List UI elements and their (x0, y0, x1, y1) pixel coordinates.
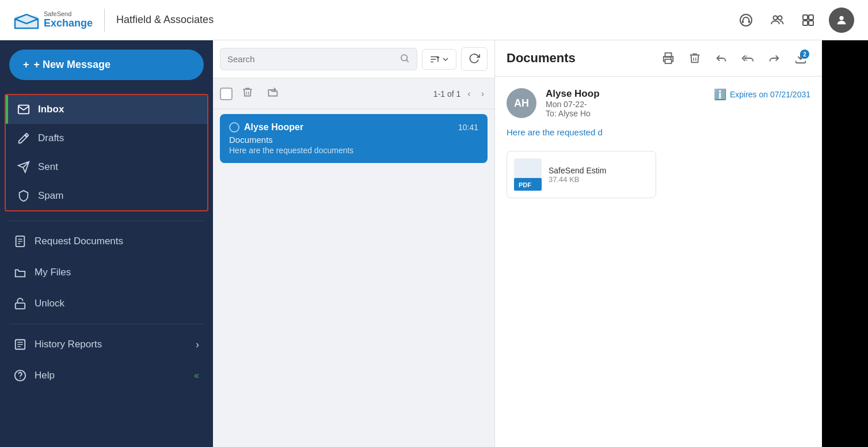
svg-rect-2 (742, 20, 744, 23)
email-to: To: Alyse Ho (546, 109, 705, 118)
prev-page-button[interactable]: ‹ (464, 88, 474, 100)
list-toolbar: 1-1 of 1 ‹ › (213, 78, 494, 109)
sent-label: Sent (38, 161, 58, 173)
mail-icon (17, 103, 30, 116)
header-divider (104, 9, 105, 32)
request-documents-label: Request Documents (35, 236, 123, 247)
search-input-wrap[interactable] (220, 48, 417, 70)
email-meta: Alyse Hoop Mon 07-22- To: Alyse Ho (546, 88, 705, 118)
search-button[interactable] (399, 53, 410, 65)
move-toolbar-button[interactable] (262, 84, 283, 103)
help-expand-icon: « (194, 370, 199, 381)
expiry-badge: ℹ️ Expires on 07/21/2031 (714, 88, 810, 101)
history-icon (14, 338, 26, 351)
svg-rect-18 (16, 303, 25, 309)
message-subject: Documents (229, 135, 478, 145)
attachment-name: SafeSend Estim (549, 166, 606, 175)
header-actions (736, 7, 854, 33)
message-list-panel: 1-1 of 1 ‹ › Alyse Hooper 10:41 Document… (213, 40, 495, 447)
new-message-label: + New Message (34, 59, 111, 71)
sidebar-item-sent[interactable]: Sent (6, 153, 207, 181)
shield-icon (17, 190, 30, 202)
support-icon-button[interactable] (736, 10, 756, 31)
user-avatar-button[interactable] (829, 7, 854, 33)
to-name: Alyse Ho (558, 109, 591, 118)
delete-button[interactable] (685, 48, 705, 68)
drafts-label: Drafts (38, 132, 64, 144)
svg-line-26 (406, 60, 408, 62)
reply-all-icon (741, 52, 754, 65)
detail-panel: Documents (495, 40, 822, 447)
svg-point-10 (839, 16, 843, 20)
svg-point-1 (740, 14, 752, 26)
download-badge: 2 (800, 50, 809, 59)
search-bar (213, 40, 494, 78)
message-item[interactable]: Alyse Hooper 10:41 Documents Here are th… (220, 114, 488, 163)
sidebar-item-help[interactable]: Help « (0, 360, 213, 391)
detail-toolbar: Documents (495, 40, 822, 77)
svg-rect-6 (803, 15, 808, 20)
email-body-text: Here are the requested d (507, 127, 603, 137)
next-page-button[interactable]: › (478, 88, 488, 100)
select-all-checkbox[interactable] (220, 88, 233, 100)
sidebar-item-history-reports[interactable]: History Reports › (0, 329, 213, 360)
refresh-icon (469, 52, 480, 64)
sidebar-item-request-documents[interactable]: Request Documents (0, 226, 213, 257)
sidebar-item-my-files[interactable]: My Files (0, 257, 213, 288)
unlock-icon (14, 297, 26, 310)
sort-dropdown-icon (442, 56, 449, 63)
download-button[interactable]: 2 (791, 48, 810, 68)
headset-icon (739, 13, 753, 27)
print-button[interactable] (658, 48, 678, 68)
avatar-initials: AH (514, 97, 529, 109)
new-message-button[interactable]: + + New Message (9, 50, 204, 80)
right-overlay (822, 40, 868, 447)
send-icon (17, 161, 30, 173)
logo-safe: SafeSend (44, 10, 93, 17)
trash-icon (242, 86, 253, 98)
sidebar-item-drafts[interactable]: Drafts (6, 124, 207, 153)
main-layout: + + New Message Inbox Drafts (0, 40, 868, 447)
message-item-header: Alyse Hooper 10:41 (229, 122, 478, 132)
delete-toolbar-button[interactable] (237, 84, 258, 103)
users-icon-button[interactable] (767, 10, 787, 31)
reply-button[interactable] (711, 48, 731, 68)
logo-icon (14, 11, 39, 29)
sidebar: + + New Message Inbox Drafts (0, 40, 213, 447)
delete-icon (688, 52, 701, 65)
logo-text: SafeSend Exchange (44, 10, 93, 29)
sender-name: Alyse Hooper (244, 122, 303, 132)
message-preview: Here are the requested documents (229, 146, 478, 155)
search-input[interactable] (227, 54, 399, 64)
pdf-icon-wrap: PDF (514, 158, 542, 191)
svg-text:PDF: PDF (519, 181, 531, 188)
grid-icon (801, 13, 815, 27)
sidebar-divider-2 (9, 324, 204, 324)
reply-all-button[interactable] (738, 48, 757, 68)
message-time: 10:41 (458, 123, 478, 132)
logo: SafeSend Exchange (14, 10, 93, 29)
sort-button[interactable] (422, 49, 456, 70)
search-icon (399, 53, 410, 63)
reply-icon (715, 52, 728, 65)
logo-exchange: Exchange (44, 17, 93, 29)
sidebar-item-unlock[interactable]: Unlock (0, 288, 213, 319)
refresh-button[interactable] (461, 47, 488, 71)
forward-button[interactable] (764, 48, 784, 68)
sender-avatar: AH (507, 88, 536, 118)
main-nav-section: Inbox Drafts Sent Spam (5, 94, 208, 211)
spam-label: Spam (38, 190, 63, 202)
history-reports-label: History Reports (35, 339, 102, 350)
sort-icon (429, 54, 440, 65)
message-checkbox[interactable] (229, 122, 239, 132)
sidebar-item-inbox[interactable]: Inbox (6, 95, 207, 124)
attachment-item[interactable]: PDF SafeSend Estim 37.44 KB (507, 151, 656, 198)
svg-point-34 (671, 58, 672, 59)
move-icon (267, 86, 279, 98)
apps-icon-button[interactable] (798, 10, 818, 31)
document-icon (14, 235, 26, 248)
svg-point-5 (778, 16, 782, 20)
detail-title: Documents (507, 51, 652, 66)
folder-icon (14, 266, 26, 279)
sidebar-item-spam[interactable]: Spam (6, 181, 207, 210)
